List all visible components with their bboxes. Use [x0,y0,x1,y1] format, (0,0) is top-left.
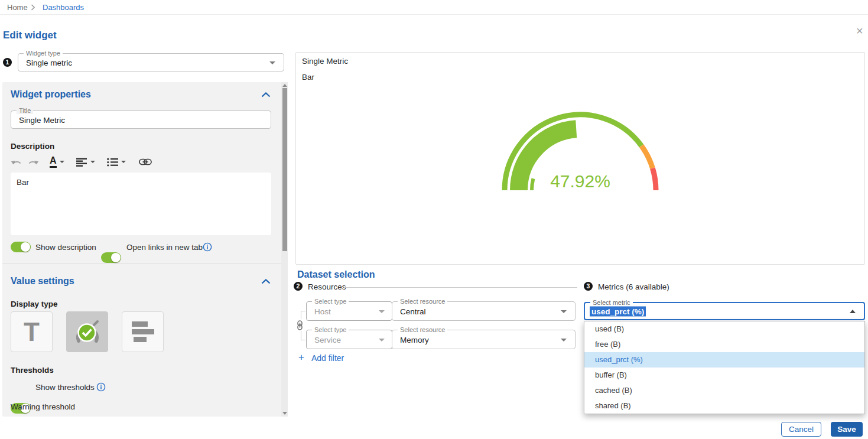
page-title: Edit widget [3,30,57,41]
gauge-chart: 47.92% [490,102,670,198]
text-color-icon: A [50,155,57,165]
resource-select-2[interactable]: Select resource Memory [392,330,576,349]
metric-option[interactable]: buffer (B) [584,368,864,383]
step-2-badge: 2 [294,282,303,291]
chevron-down-icon [379,339,385,342]
display-type-label: Display type [11,300,58,308]
check-circle-icon [78,324,95,341]
link-icon[interactable] [139,158,152,165]
link-bracket [301,331,301,340]
scrollbar-up-icon[interactable] [282,84,287,87]
show-description-toggle[interactable] [11,242,31,252]
open-links-label: Open links in new tab [126,243,203,252]
resource-type-value-1: Host [314,307,331,316]
display-type-bar-tile[interactable] [122,311,164,352]
info-icon[interactable] [96,382,106,392]
chevron-down-icon [269,61,275,64]
header-divider [0,14,868,15]
step-1-badge: 1 [3,58,12,67]
info-icon[interactable] [203,242,212,252]
gauge-critical-arc [652,168,656,190]
description-toolbar: A [11,155,152,169]
scrollbar-thumb[interactable] [282,88,287,251]
collapse-chevron-up-icon[interactable] [261,92,271,97]
panel-divider [2,264,288,264]
title-input-label: Title [17,107,33,114]
metric-option[interactable]: shared (B) [584,398,864,414]
breadcrumb: Home [7,3,28,12]
description-textarea[interactable]: Bar [11,173,271,235]
text-color-button[interactable]: A [50,157,64,168]
resource-label-1: Select resource [398,298,447,305]
cancel-button[interactable]: Cancel [781,422,821,437]
undo-icon[interactable] [11,158,22,167]
display-type-text-tile[interactable]: T [11,311,53,352]
chevron-down-icon [90,161,95,163]
breadcrumb-dashboards-link[interactable]: Dashboards [43,3,84,12]
metric-option[interactable]: cached (B) [584,383,864,398]
metric-option[interactable]: used (B) [584,321,864,337]
metric-option-selected[interactable]: used_prct (%) [584,352,864,368]
description-label: Description [11,142,54,151]
description-value: Bar [17,178,29,187]
gauge-value-label: 47.92% [550,171,610,191]
resource-type-label-2: Select type [312,326,349,333]
metric-option[interactable]: free (B) [584,337,864,352]
metric-select[interactable]: Select metric used_prct (%) [584,302,865,320]
link-bracket [301,311,301,319]
list-button[interactable] [107,158,126,167]
selected-text: used_prct (%) [590,306,646,316]
redo-icon[interactable] [28,158,39,167]
scrollbar-down-icon[interactable] [282,412,287,415]
display-type-gauge-tile[interactable] [66,311,108,352]
resource-select-1[interactable]: Select resource Central [392,301,576,321]
widget-type-select[interactable]: Widget type Single metric [18,53,284,71]
metric-select-label: Select metric [590,299,633,306]
align-left-icon [76,158,87,167]
show-thresholds-label: Show thresholds [35,383,95,392]
resources-label: Resources [308,282,346,291]
title-input-value: Single Metric [19,115,65,124]
resource-type-label-1: Select type [312,298,349,305]
chevron-down-icon [121,161,126,163]
title-input[interactable]: Title Single Metric [11,110,271,129]
resources-divider [344,287,577,288]
collapse-chevron-up-icon[interactable] [261,279,271,284]
resource-value-1: Central [400,307,426,316]
add-filter-button[interactable]: Add filter [311,353,344,363]
chevron-down-icon [561,339,567,342]
text-display-icon: T [24,319,40,345]
plus-icon[interactable]: + [298,352,304,362]
step-3-badge: 3 [584,282,593,291]
value-settings-heading: Value settings [11,276,74,287]
chevron-right-icon [31,4,35,11]
close-icon[interactable]: × [856,25,863,37]
metric-options-dropdown: used (B) free (B) used_prct (%) buffer (… [584,321,865,414]
gauge-warning-arc [642,146,653,168]
resource-value-2: Memory [400,335,429,344]
resource-label-2: Select resource [398,326,447,333]
dataset-selection-heading: Dataset selection [297,269,375,280]
bullet-list-icon [107,158,118,167]
thresholds-label: Thresholds [11,366,54,375]
open-links-toggle[interactable] [101,252,121,263]
bar-chart-icon [132,321,154,342]
link-bracket [301,311,305,311]
chevron-down-icon [379,310,385,313]
metrics-label: Metrics (6 available) [598,282,669,291]
widget-type-label: Widget type [24,50,63,57]
resource-type-select-2[interactable]: Select type Service [306,330,392,349]
resource-type-select-1[interactable]: Select type Host [306,301,392,321]
chevron-down-icon [561,310,567,313]
align-button[interactable] [76,158,95,167]
link-icon [296,320,304,330]
chevron-up-icon[interactable] [850,310,856,313]
widget-type-value: Single metric [26,58,72,67]
save-button[interactable]: Save [831,422,863,437]
warning-threshold-label: Warning threshold [11,402,75,411]
show-description-label: Show description [35,243,96,252]
link-bracket [301,340,305,340]
widget-properties-heading: Widget properties [11,89,91,100]
chevron-down-icon [60,161,64,163]
breadcrumb-home-link[interactable]: Home [7,3,28,12]
